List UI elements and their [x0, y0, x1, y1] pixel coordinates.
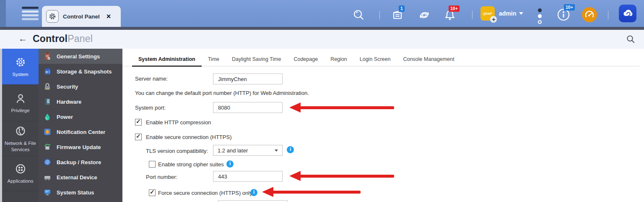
- sidebar-category-applications[interactable]: Applications: [2, 156, 39, 191]
- myqnapcloud-icon[interactable]: [619, 5, 636, 22]
- tab-codepage[interactable]: Codepage: [287, 54, 324, 66]
- back-arrow-icon[interactable]: ←: [18, 34, 27, 44]
- dashboard-gauge-icon[interactable]: [582, 7, 597, 22]
- resource-count-badge: 10+: [564, 4, 575, 10]
- tab-time[interactable]: Time: [202, 54, 226, 66]
- star-badge-icon: [490, 16, 497, 23]
- menu-item-external-device[interactable]: External Device: [39, 170, 122, 185]
- system-status-icon: [43, 188, 52, 197]
- topbar-divider: [379, 11, 380, 19]
- chevron-down-icon: [519, 12, 523, 15]
- username-label: admin: [499, 10, 516, 17]
- menu-item-storage-snapshots[interactable]: Storage & Snapshots: [39, 64, 122, 79]
- top-bar: Control Panel × 1: [0, 0, 644, 27]
- server-name-label: Server name:: [135, 76, 168, 82]
- tab-region[interactable]: Region: [324, 54, 353, 66]
- main-content: System Administration Time Daylight Savi…: [122, 49, 644, 202]
- tls-info-icon[interactable]: [287, 146, 294, 153]
- system-port-input[interactable]: [213, 102, 283, 113]
- globe-icon: [14, 125, 27, 137]
- power-icon: [43, 113, 52, 121]
- person-icon: [14, 92, 27, 105]
- menu-item-label: Power: [57, 114, 73, 120]
- menu-item-label: Firmware Update: [57, 144, 101, 150]
- settings-menu-sidebar: General Settings Storage & Snapshots: [39, 49, 122, 202]
- firmware-update-icon: [43, 143, 52, 151]
- menu-item-label: Backup / Restore: [57, 159, 101, 165]
- menu-item-label: Notification Center: [57, 129, 105, 135]
- strong-cipher-checkbox[interactable]: [149, 161, 156, 168]
- server-name-input[interactable]: [213, 73, 283, 84]
- partial-input[interactable]: [218, 200, 288, 202]
- notifications-bell-icon[interactable]: 10+: [443, 8, 457, 24]
- force-https-info-icon[interactable]: [250, 189, 257, 196]
- menu-item-notification-center[interactable]: Notification Center: [39, 124, 122, 139]
- menu-item-firmware-update[interactable]: Firmware Update: [39, 139, 122, 155]
- port-number-label: Port number:: [146, 174, 177, 180]
- search-icon[interactable]: [352, 8, 366, 24]
- menu-item-label: System Status: [57, 189, 94, 196]
- background-tasks-icon[interactable]: 1: [391, 8, 405, 24]
- external-device-icon: [43, 173, 52, 181]
- red-arrow-system-port: [289, 102, 394, 113]
- panel-search-icon[interactable]: [626, 34, 636, 46]
- menu-item-label: Hardware: [57, 99, 81, 105]
- settings-tab-strip: System Administration Time Daylight Savi…: [122, 54, 640, 66]
- tab-daylight-saving-time[interactable]: Daylight Saving Time: [226, 54, 287, 66]
- menu-item-system-status[interactable]: System Status: [39, 185, 122, 200]
- user-menu[interactable]: admin: [499, 10, 523, 17]
- strong-cipher-info-icon[interactable]: [226, 160, 234, 168]
- menu-item-power[interactable]: Power: [39, 109, 122, 124]
- hardware-icon: [43, 97, 52, 106]
- tab-system-administration[interactable]: System Administration: [132, 54, 202, 67]
- sidebar-category-system[interactable]: System: [2, 49, 39, 85]
- topbar-divider: [608, 11, 608, 19]
- close-icon[interactable]: ×: [106, 13, 111, 20]
- category-sidebar: System Privilege Network & File Services: [2, 49, 39, 202]
- tls-version-select[interactable]: 1.2 and later: [213, 145, 283, 156]
- more-options-icon[interactable]: [538, 8, 542, 26]
- main-menu-icon[interactable]: [22, 7, 39, 22]
- category-label: Privilege: [11, 108, 29, 113]
- avatar[interactable]: QNAP: [480, 6, 495, 21]
- chevron-down-icon: [275, 150, 278, 152]
- menu-item-hardware[interactable]: Hardware: [39, 94, 122, 109]
- force-https-checkbox[interactable]: [149, 189, 156, 196]
- page-title-bold: Control: [33, 33, 68, 44]
- http-compression-checkbox[interactable]: [135, 119, 142, 126]
- avatar-logo-text: QNAP: [483, 12, 492, 15]
- category-label: Applications: [7, 178, 33, 184]
- gear-icon: [46, 10, 59, 23]
- qnap-desktop: Control Panel × 1: [0, 0, 644, 202]
- menu-item-backup-restore[interactable]: Backup / Restore: [39, 155, 122, 170]
- menu-item-label: Storage & Snapshots: [57, 68, 112, 75]
- tls-version-value: 1.2 and later: [218, 147, 248, 154]
- notifications-count-badge: 10+: [449, 5, 460, 12]
- lock-icon: [43, 82, 52, 91]
- resource-monitor-icon[interactable]: 10+: [556, 8, 571, 24]
- tasks-count-badge: 1: [399, 5, 405, 12]
- menu-item-label: External Device: [57, 174, 97, 181]
- secure-connection-checkbox[interactable]: [135, 134, 142, 140]
- tab-login-screen[interactable]: Login Screen: [353, 54, 397, 66]
- sidebar-category-network-file-services[interactable]: Network & File Services: [2, 121, 39, 156]
- tab-console-management[interactable]: Console Management: [397, 54, 460, 66]
- page-header: ← ControlPanel: [0, 30, 644, 49]
- topbar-divider: [472, 11, 473, 19]
- sidebar-category-privilege[interactable]: Privilege: [2, 85, 39, 121]
- system-port-label: System port:: [135, 105, 166, 111]
- red-arrow-port-number: [289, 171, 394, 181]
- system-sync-icon[interactable]: [418, 8, 431, 24]
- gear-icon: [14, 56, 27, 68]
- force-https-label: Force secure connection (HTTPS) only: [158, 190, 252, 196]
- category-label: Network & File Services: [2, 140, 39, 152]
- menu-item-security[interactable]: Security: [39, 79, 122, 94]
- menu-item-general-settings[interactable]: General Settings: [39, 49, 122, 64]
- menu-item-label: General Settings: [57, 53, 100, 60]
- notification-center-icon: [43, 128, 52, 136]
- control-panel-window-tab[interactable]: Control Panel ×: [42, 6, 121, 27]
- port-number-input[interactable]: [213, 171, 283, 182]
- storage-snapshots-icon: [43, 67, 52, 76]
- http-compression-label: Enable HTTP compression: [146, 119, 211, 126]
- page-title: ControlPanel: [33, 33, 93, 45]
